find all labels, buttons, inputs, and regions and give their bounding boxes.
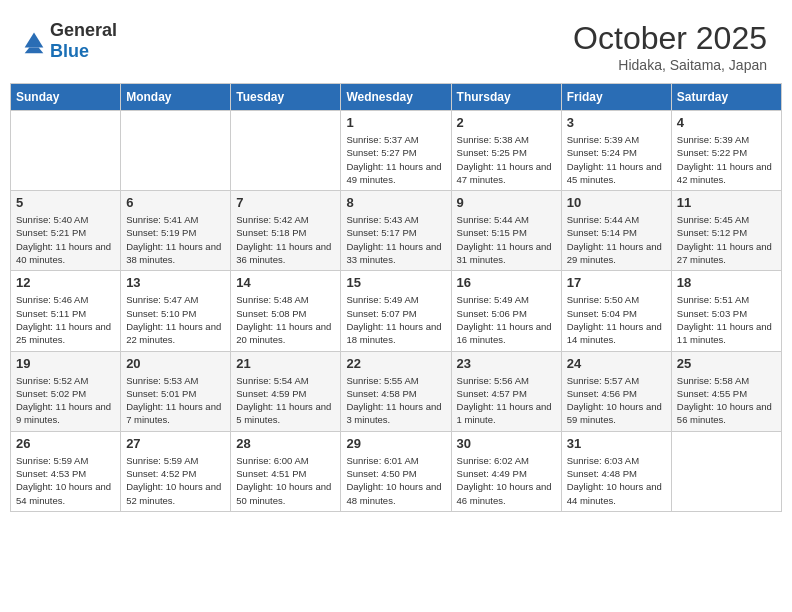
calendar-cell xyxy=(11,111,121,191)
calendar: SundayMondayTuesdayWednesdayThursdayFrid… xyxy=(10,83,782,512)
day-info: Sunrise: 5:59 AMSunset: 4:52 PMDaylight:… xyxy=(126,454,225,507)
weekday-header-tuesday: Tuesday xyxy=(231,84,341,111)
day-info: Sunrise: 6:03 AMSunset: 4:48 PMDaylight:… xyxy=(567,454,666,507)
page-container: General Blue October 2025 Hidaka, Saitam… xyxy=(10,10,782,512)
calendar-cell: 17Sunrise: 5:50 AMSunset: 5:04 PMDayligh… xyxy=(561,271,671,351)
calendar-cell xyxy=(121,111,231,191)
day-number: 27 xyxy=(126,436,225,451)
calendar-week-row: 26Sunrise: 5:59 AMSunset: 4:53 PMDayligh… xyxy=(11,431,782,511)
day-info: Sunrise: 5:44 AMSunset: 5:14 PMDaylight:… xyxy=(567,213,666,266)
day-info: Sunrise: 5:55 AMSunset: 4:58 PMDaylight:… xyxy=(346,374,445,427)
calendar-cell: 10Sunrise: 5:44 AMSunset: 5:14 PMDayligh… xyxy=(561,191,671,271)
day-info: Sunrise: 5:52 AMSunset: 5:02 PMDaylight:… xyxy=(16,374,115,427)
day-number: 6 xyxy=(126,195,225,210)
day-number: 26 xyxy=(16,436,115,451)
calendar-week-row: 12Sunrise: 5:46 AMSunset: 5:11 PMDayligh… xyxy=(11,271,782,351)
day-info: Sunrise: 5:42 AMSunset: 5:18 PMDaylight:… xyxy=(236,213,335,266)
day-info: Sunrise: 5:56 AMSunset: 4:57 PMDaylight:… xyxy=(457,374,556,427)
calendar-cell: 5Sunrise: 5:40 AMSunset: 5:21 PMDaylight… xyxy=(11,191,121,271)
day-info: Sunrise: 6:00 AMSunset: 4:51 PMDaylight:… xyxy=(236,454,335,507)
logo-general: General xyxy=(50,20,117,40)
calendar-cell: 2Sunrise: 5:38 AMSunset: 5:25 PMDaylight… xyxy=(451,111,561,191)
day-info: Sunrise: 5:38 AMSunset: 5:25 PMDaylight:… xyxy=(457,133,556,186)
day-info: Sunrise: 5:46 AMSunset: 5:11 PMDaylight:… xyxy=(16,293,115,346)
day-number: 9 xyxy=(457,195,556,210)
calendar-cell: 12Sunrise: 5:46 AMSunset: 5:11 PMDayligh… xyxy=(11,271,121,351)
day-number: 22 xyxy=(346,356,445,371)
day-info: Sunrise: 6:01 AMSunset: 4:50 PMDaylight:… xyxy=(346,454,445,507)
day-info: Sunrise: 5:59 AMSunset: 4:53 PMDaylight:… xyxy=(16,454,115,507)
day-number: 13 xyxy=(126,275,225,290)
calendar-cell: 26Sunrise: 5:59 AMSunset: 4:53 PMDayligh… xyxy=(11,431,121,511)
day-number: 12 xyxy=(16,275,115,290)
day-info: Sunrise: 5:39 AMSunset: 5:22 PMDaylight:… xyxy=(677,133,776,186)
day-number: 24 xyxy=(567,356,666,371)
calendar-week-row: 5Sunrise: 5:40 AMSunset: 5:21 PMDaylight… xyxy=(11,191,782,271)
month-title: October 2025 xyxy=(573,20,767,57)
weekday-header-row: SundayMondayTuesdayWednesdayThursdayFrid… xyxy=(11,84,782,111)
day-info: Sunrise: 5:48 AMSunset: 5:08 PMDaylight:… xyxy=(236,293,335,346)
calendar-cell: 15Sunrise: 5:49 AMSunset: 5:07 PMDayligh… xyxy=(341,271,451,351)
day-number: 2 xyxy=(457,115,556,130)
day-info: Sunrise: 5:43 AMSunset: 5:17 PMDaylight:… xyxy=(346,213,445,266)
weekday-header-sunday: Sunday xyxy=(11,84,121,111)
day-info: Sunrise: 5:44 AMSunset: 5:15 PMDaylight:… xyxy=(457,213,556,266)
calendar-cell: 14Sunrise: 5:48 AMSunset: 5:08 PMDayligh… xyxy=(231,271,341,351)
logo-blue: Blue xyxy=(50,41,89,61)
svg-marker-1 xyxy=(25,48,44,54)
day-number: 20 xyxy=(126,356,225,371)
calendar-cell: 30Sunrise: 6:02 AMSunset: 4:49 PMDayligh… xyxy=(451,431,561,511)
calendar-cell: 22Sunrise: 5:55 AMSunset: 4:58 PMDayligh… xyxy=(341,351,451,431)
calendar-cell: 13Sunrise: 5:47 AMSunset: 5:10 PMDayligh… xyxy=(121,271,231,351)
day-number: 7 xyxy=(236,195,335,210)
day-info: Sunrise: 5:53 AMSunset: 5:01 PMDaylight:… xyxy=(126,374,225,427)
day-number: 15 xyxy=(346,275,445,290)
day-number: 5 xyxy=(16,195,115,210)
day-number: 21 xyxy=(236,356,335,371)
calendar-cell: 20Sunrise: 5:53 AMSunset: 5:01 PMDayligh… xyxy=(121,351,231,431)
title-area: October 2025 Hidaka, Saitama, Japan xyxy=(573,20,767,73)
day-number: 14 xyxy=(236,275,335,290)
calendar-cell: 27Sunrise: 5:59 AMSunset: 4:52 PMDayligh… xyxy=(121,431,231,511)
calendar-cell: 24Sunrise: 5:57 AMSunset: 4:56 PMDayligh… xyxy=(561,351,671,431)
day-info: Sunrise: 5:47 AMSunset: 5:10 PMDaylight:… xyxy=(126,293,225,346)
day-info: Sunrise: 5:37 AMSunset: 5:27 PMDaylight:… xyxy=(346,133,445,186)
weekday-header-wednesday: Wednesday xyxy=(341,84,451,111)
day-info: Sunrise: 5:49 AMSunset: 5:06 PMDaylight:… xyxy=(457,293,556,346)
calendar-cell: 3Sunrise: 5:39 AMSunset: 5:24 PMDaylight… xyxy=(561,111,671,191)
day-number: 31 xyxy=(567,436,666,451)
day-info: Sunrise: 5:57 AMSunset: 4:56 PMDaylight:… xyxy=(567,374,666,427)
day-info: Sunrise: 5:51 AMSunset: 5:03 PMDaylight:… xyxy=(677,293,776,346)
day-number: 18 xyxy=(677,275,776,290)
day-info: Sunrise: 5:41 AMSunset: 5:19 PMDaylight:… xyxy=(126,213,225,266)
calendar-cell: 29Sunrise: 6:01 AMSunset: 4:50 PMDayligh… xyxy=(341,431,451,511)
weekday-header-monday: Monday xyxy=(121,84,231,111)
calendar-week-row: 19Sunrise: 5:52 AMSunset: 5:02 PMDayligh… xyxy=(11,351,782,431)
day-info: Sunrise: 5:40 AMSunset: 5:21 PMDaylight:… xyxy=(16,213,115,266)
calendar-cell: 23Sunrise: 5:56 AMSunset: 4:57 PMDayligh… xyxy=(451,351,561,431)
calendar-cell: 31Sunrise: 6:03 AMSunset: 4:48 PMDayligh… xyxy=(561,431,671,511)
day-info: Sunrise: 5:39 AMSunset: 5:24 PMDaylight:… xyxy=(567,133,666,186)
day-number: 10 xyxy=(567,195,666,210)
calendar-week-row: 1Sunrise: 5:37 AMSunset: 5:27 PMDaylight… xyxy=(11,111,782,191)
day-number: 8 xyxy=(346,195,445,210)
calendar-cell: 16Sunrise: 5:49 AMSunset: 5:06 PMDayligh… xyxy=(451,271,561,351)
calendar-cell: 25Sunrise: 5:58 AMSunset: 4:55 PMDayligh… xyxy=(671,351,781,431)
day-number: 23 xyxy=(457,356,556,371)
calendar-cell: 21Sunrise: 5:54 AMSunset: 4:59 PMDayligh… xyxy=(231,351,341,431)
day-number: 19 xyxy=(16,356,115,371)
day-info: Sunrise: 5:45 AMSunset: 5:12 PMDaylight:… xyxy=(677,213,776,266)
day-number: 16 xyxy=(457,275,556,290)
day-info: Sunrise: 5:58 AMSunset: 4:55 PMDaylight:… xyxy=(677,374,776,427)
header: General Blue October 2025 Hidaka, Saitam… xyxy=(10,10,782,83)
day-info: Sunrise: 5:49 AMSunset: 5:07 PMDaylight:… xyxy=(346,293,445,346)
calendar-cell: 11Sunrise: 5:45 AMSunset: 5:12 PMDayligh… xyxy=(671,191,781,271)
day-number: 28 xyxy=(236,436,335,451)
day-number: 4 xyxy=(677,115,776,130)
day-number: 11 xyxy=(677,195,776,210)
day-number: 30 xyxy=(457,436,556,451)
day-info: Sunrise: 5:54 AMSunset: 4:59 PMDaylight:… xyxy=(236,374,335,427)
day-number: 17 xyxy=(567,275,666,290)
calendar-cell: 7Sunrise: 5:42 AMSunset: 5:18 PMDaylight… xyxy=(231,191,341,271)
day-number: 3 xyxy=(567,115,666,130)
